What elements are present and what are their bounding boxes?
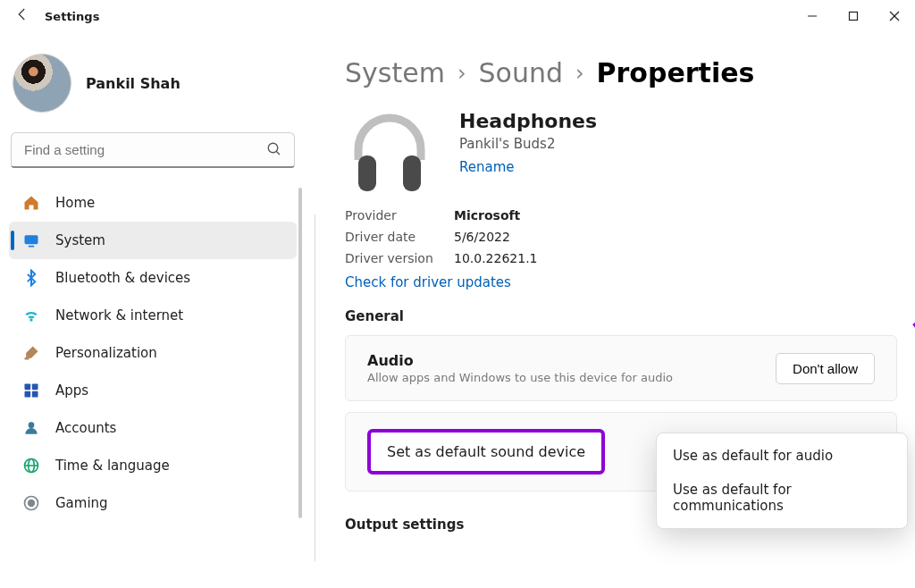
check-updates-link[interactable]: Check for driver updates (345, 274, 897, 290)
nav-time[interactable]: Time & language (9, 447, 297, 484)
crumb-system[interactable]: System (345, 57, 445, 88)
close-button[interactable] (874, 0, 915, 32)
nav-label: Accounts (55, 420, 116, 436)
search-icon (266, 141, 282, 161)
minimize-button[interactable] (792, 0, 833, 32)
gaming-icon (21, 493, 41, 513)
system-icon (21, 231, 41, 250)
nav-apps[interactable]: Apps (9, 372, 297, 409)
general-section-title: General (345, 308, 897, 324)
svg-point-13 (29, 422, 35, 428)
svg-rect-19 (358, 155, 376, 191)
nav-label: Home (55, 195, 95, 211)
nav-label: Apps (55, 382, 88, 399)
rename-link[interactable]: Rename (459, 159, 597, 175)
svg-line-5 (276, 151, 280, 155)
svg-point-4 (268, 143, 278, 153)
nav-system[interactable]: System (9, 222, 297, 259)
home-icon (21, 193, 41, 213)
app-title: Settings (45, 10, 99, 23)
globe-icon (21, 456, 41, 475)
vertical-divider (315, 214, 315, 561)
nav-label: Time & language (55, 458, 170, 474)
nav-label: Gaming (55, 495, 108, 511)
nav-label: System (55, 232, 105, 248)
dont-allow-button[interactable]: Don't allow (776, 353, 875, 384)
nav-accounts[interactable]: Accounts (9, 409, 297, 447)
driver-date-label: Driver date (345, 226, 434, 248)
driver-date-value: 5/6/2022 (454, 226, 510, 248)
back-icon[interactable] (14, 6, 39, 26)
title-bar: Settings (0, 0, 915, 32)
maximize-button[interactable] (833, 0, 874, 32)
nav-label: Network & internet (55, 307, 183, 323)
dropdown-default-audio[interactable]: Use as default for audio (662, 439, 902, 473)
driver-version-label: Driver version (345, 248, 434, 269)
nav-label: Bluetooth & devices (55, 270, 190, 286)
svg-rect-8 (25, 357, 29, 360)
avatar (13, 54, 71, 113)
provider-label: Provider (345, 205, 434, 226)
brush-icon (21, 343, 41, 363)
crumb-sound[interactable]: Sound (478, 57, 562, 88)
svg-rect-1 (850, 13, 858, 21)
window-controls (792, 0, 915, 32)
nav-personalization[interactable]: Personalization (9, 334, 297, 372)
audio-subtitle: Allow apps and Windows to use this devic… (367, 371, 776, 384)
wifi-icon (21, 306, 41, 325)
chevron-right-icon: › (575, 61, 584, 86)
svg-rect-12 (32, 391, 38, 398)
accounts-icon (21, 418, 41, 438)
chevron-right-icon: › (458, 61, 466, 86)
svg-rect-20 (403, 155, 421, 191)
audio-title: Audio (367, 352, 776, 369)
nav-bluetooth[interactable]: Bluetooth & devices (9, 259, 297, 297)
svg-point-18 (29, 500, 35, 507)
svg-rect-10 (32, 384, 38, 391)
search-wrap (11, 132, 295, 168)
nav-network[interactable]: Network & internet (9, 297, 297, 334)
headphones-icon (345, 106, 434, 196)
svg-rect-7 (29, 246, 35, 248)
device-header: Headphones Pankil's Buds2 Rename (345, 106, 897, 196)
svg-rect-11 (25, 391, 31, 398)
nav: Home System Bluetooth & devices Network … (9, 184, 297, 522)
apps-icon (21, 381, 41, 400)
svg-rect-9 (25, 384, 31, 391)
set-default-button[interactable]: Set as default sound device (367, 429, 605, 475)
breadcrumb: System › Sound › Properties (345, 57, 897, 88)
search-input[interactable] (11, 132, 295, 168)
nav-gaming[interactable]: Gaming (9, 484, 297, 522)
sidebar: Pankil Shah Home System Bluetooth & devi… (0, 32, 304, 588)
profile-block[interactable]: Pankil Shah (9, 45, 297, 132)
device-subtitle: Pankil's Buds2 (459, 136, 597, 152)
svg-rect-6 (25, 235, 38, 244)
dropdown-default-communications[interactable]: Use as default for communications (662, 473, 902, 523)
device-title: Headphones (459, 110, 597, 132)
device-meta: ProviderMicrosoft Driver date5/6/2022 Dr… (345, 205, 897, 269)
bluetooth-icon (21, 268, 41, 288)
nav-home[interactable]: Home (9, 184, 297, 222)
provider-value: Microsoft (454, 205, 520, 226)
nav-label: Personalization (55, 345, 157, 361)
driver-version-value: 10.0.22621.1 (454, 248, 538, 269)
audio-card: Audio Allow apps and Windows to use this… (345, 335, 897, 401)
main-content: System › Sound › Properties Headphones P… (307, 32, 915, 588)
crumb-current: Properties (597, 57, 755, 88)
default-device-dropdown: Use as default for audio Use as default … (656, 433, 908, 529)
profile-name: Pankil Shah (86, 75, 180, 92)
